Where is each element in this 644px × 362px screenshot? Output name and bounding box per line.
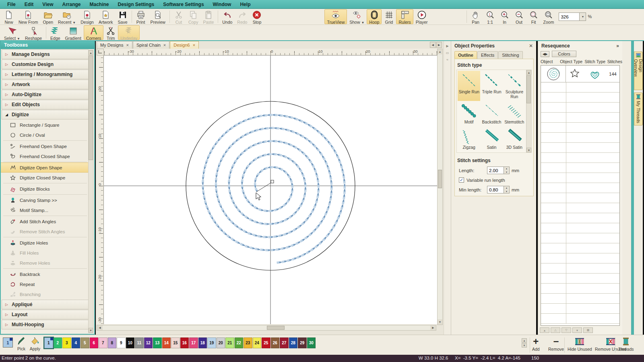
zoom-fit-button[interactable]: Fit	[526, 9, 541, 24]
min-length-stepper[interactable]: ▲▼	[504, 186, 510, 193]
resequence-empty-row[interactable]	[541, 93, 619, 103]
tab-outline[interactable]: Outline	[454, 51, 477, 59]
palette-chip-17[interactable]: 17	[189, 337, 198, 348]
tool-rectangle-square[interactable]: Rectangle / Square	[1, 120, 89, 130]
palette-chip-20[interactable]: 20	[217, 337, 225, 348]
variable-run-checkbox[interactable]: ✓	[459, 177, 464, 183]
tab-close-icon[interactable]: ×	[126, 43, 128, 47]
resequence-empty-row[interactable]	[541, 314, 619, 324]
menu-machine[interactable]: Machine	[86, 1, 113, 8]
toolbox-section-digitize[interactable]: ◢Digitize	[2, 110, 89, 119]
toolbox-section-artwork[interactable]: ▷Artwork	[2, 80, 89, 89]
hide-unused-button[interactable]: Hide Unused	[568, 336, 592, 352]
move-to-end-button[interactable]: ▼	[572, 327, 582, 333]
palette-chip-24[interactable]: 24	[253, 337, 262, 348]
delete-object-button[interactable]: ▦	[583, 327, 593, 333]
move-up-button[interactable]: △	[551, 327, 560, 333]
menu-arrange[interactable]: Arrange	[58, 1, 85, 8]
scroll-track[interactable]	[103, 325, 430, 330]
trueview-toggle[interactable]: TrueView	[324, 9, 347, 24]
step-down-icon[interactable]: ▼	[504, 171, 509, 174]
stop-button[interactable]: Stop	[250, 9, 264, 24]
toolbox-section-auto-digitize[interactable]: ▷Auto-Digitize	[2, 90, 89, 99]
menu-software-settings[interactable]: Software Settings	[159, 1, 208, 8]
palette-chip-4[interactable]: 4	[72, 337, 80, 348]
length-stepper[interactable]: ▲▼	[504, 167, 510, 174]
palette-chip-10[interactable]: 10	[126, 337, 135, 348]
palette-chip-14[interactable]: 14	[162, 337, 171, 348]
scroll-up-icon[interactable]: ▲	[526, 70, 531, 75]
scroll-down-icon[interactable]: ▼	[89, 328, 93, 333]
my-threads-tab[interactable]: My Threads	[634, 93, 643, 125]
scroll-up-icon[interactable]: ▲	[89, 50, 93, 55]
save-button[interactable]: Save	[116, 9, 130, 24]
palette-up-icon[interactable]: ▲	[522, 338, 527, 343]
reshape-button[interactable]: Reshape	[23, 25, 44, 40]
resequence-empty-row[interactable]	[541, 294, 619, 304]
stitch-type-single-run[interactable]: Single Run	[458, 71, 480, 101]
design-canvas[interactable]	[104, 56, 437, 324]
palette-chip-19[interactable]: 19	[207, 337, 216, 348]
zoom-in-button[interactable]: In	[497, 9, 512, 24]
scrollbar-thumb[interactable]	[438, 170, 442, 188]
step-down-icon[interactable]: ▼	[504, 190, 509, 193]
remove-color-button[interactable]: − Remove	[548, 336, 564, 352]
scrollbar-thumb[interactable]	[89, 56, 93, 160]
tool-backtrack[interactable]: Backtrack	[1, 269, 89, 279]
tool-digitize-open-shape[interactable]: Digitize Open Shape	[1, 162, 89, 173]
scroll-left-icon[interactable]: ◀	[97, 325, 103, 330]
collapse-chevrons-icon[interactable]: »	[616, 43, 619, 49]
palette-chip-11[interactable]: 11	[135, 337, 144, 348]
stitch-type-satin[interactable]: Satin	[480, 126, 503, 152]
tab-close-icon[interactable]: ×	[163, 43, 166, 47]
palette-chip-2[interactable]: 2	[54, 337, 62, 348]
toolbox-section-lettering[interactable]: ▷Lettering / Monogramming	[2, 70, 89, 79]
palette-chip-1[interactable]: 1	[44, 337, 53, 348]
tool-digitize-holes[interactable]: Digitize Holes	[1, 238, 89, 248]
menu-view[interactable]: View	[38, 1, 57, 8]
menu-window[interactable]: Window	[209, 1, 235, 8]
tool-freehand-closed-shape[interactable]: Freehand Closed Shape	[1, 151, 89, 161]
rulers-toggle[interactable]: Rulers	[396, 9, 413, 24]
palette-chip-29[interactable]: 29	[298, 337, 307, 348]
tool-carving-stamp[interactable]: Carving Stamp >>	[1, 195, 89, 205]
resequence-empty-row[interactable]	[541, 253, 619, 263]
pick-color-button[interactable]: Pick	[14, 336, 28, 351]
tab-scroll-right-icon[interactable]: ▶	[436, 42, 442, 48]
open-button[interactable]: Open	[40, 9, 56, 24]
recent-button[interactable]: Recent ▼	[56, 9, 78, 24]
canvas-horizontal-scrollbar[interactable]: ◀ ▶	[97, 325, 436, 331]
zoom-1to1-button[interactable]: 1 1:1	[483, 9, 497, 24]
palette-chip-30[interactable]: 30	[307, 337, 316, 348]
design-overview-tab[interactable]: Design Overview	[634, 51, 643, 90]
tab-effects[interactable]: Effects	[477, 51, 498, 59]
zoom-level-input[interactable]	[559, 12, 580, 21]
palette-chip-21[interactable]: 21	[225, 337, 234, 348]
resequence-empty-row[interactable]	[541, 183, 619, 193]
resequence-empty-row[interactable]	[541, 173, 619, 183]
scrollbar-thumb[interactable]	[267, 326, 285, 330]
step-up-icon[interactable]: ▲	[504, 167, 509, 171]
scroll-down-icon[interactable]: ▼	[438, 319, 442, 325]
resequence-empty-row[interactable]	[541, 274, 619, 284]
palette-chip-16[interactable]: 16	[180, 337, 189, 348]
current-color-swatch[interactable]: 1	[3, 337, 13, 348]
dock-toggle-icon[interactable]: ◀▶	[541, 51, 549, 57]
menu-help[interactable]: Help	[236, 1, 254, 8]
player-button[interactable]: Player	[413, 9, 430, 24]
apply-color-button[interactable]: Apply	[28, 336, 42, 351]
resequence-empty-row[interactable]	[541, 284, 619, 294]
spiral-stitches-light[interactable]	[203, 115, 345, 263]
resequence-empty-row[interactable]	[541, 163, 619, 173]
zoom-out-button[interactable]: Out	[512, 9, 526, 24]
tab-spiral-chain[interactable]: Spiral Chain×	[133, 41, 169, 49]
tool-freehand-open-shape[interactable]: Freehand Open Shape	[1, 141, 89, 151]
stitch-type-scrollbar[interactable]: ▲ ▼	[526, 70, 531, 152]
edge-button[interactable]: Edge	[48, 25, 63, 40]
tab-scroll-left-icon[interactable]: ◀	[430, 42, 436, 48]
palette-chip-13[interactable]: 13	[153, 337, 162, 348]
expand-panel-icon[interactable]: ▶	[444, 44, 451, 48]
stitch-type-sculpture-run[interactable]: Sculpture Run	[503, 71, 526, 101]
design-button[interactable]: Design	[78, 9, 96, 24]
palette-chip-7[interactable]: 7	[99, 337, 107, 348]
